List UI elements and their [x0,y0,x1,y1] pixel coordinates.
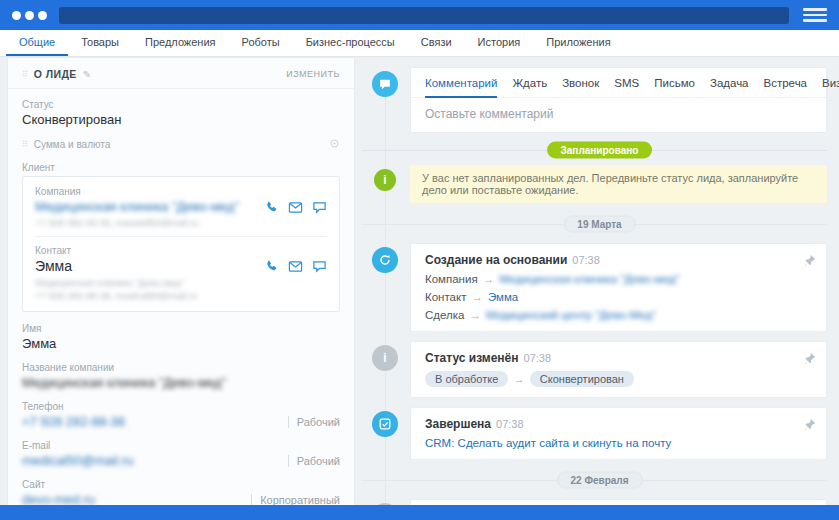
pin-icon[interactable] [803,417,816,435]
client-group-label: Клиент [22,162,340,173]
email-field-label: E-mail [22,440,340,451]
planned-badge: Запланировано [547,142,653,159]
pin-icon[interactable] [803,253,816,271]
no-planned-notice: У вас нет запланированных дел. Передвинь… [410,165,827,203]
phone-icon[interactable] [264,200,279,215]
date-divider: 19 Марта [372,213,827,235]
entry-title: Завершена07:38 [425,417,796,431]
comment-input[interactable]: Оставьте комментарий [411,98,826,132]
tab-relations[interactable]: Связи [408,30,465,56]
contact-label: Контакт [35,245,327,256]
info-icon: i [372,345,398,371]
status-badge-to: Сконвертирован [530,371,634,387]
tab-apps[interactable]: Приложения [533,30,623,56]
date-label: 19 Марта [563,216,635,233]
site-type-tag: Корпоративный [251,494,340,506]
email-field-value[interactable]: medical50@mail.ru [22,453,133,468]
phone-field-value[interactable]: +7 928 282-88-38 [22,414,125,429]
tab-products[interactable]: Товары [68,30,132,56]
date-divider: 22 Февраля [372,469,827,491]
entry-row: Компания→Медицинская клиника "Дево-мед" [425,273,796,285]
phone-icon[interactable] [264,259,279,274]
window-dot [25,11,34,20]
entry-time: 07:38 [572,254,600,266]
edit-about-link[interactable]: Изменить [286,69,340,79]
name-field-value: Эмма [22,336,340,351]
activity-composer: Комментарий Ждать Звонок SMS Письмо Зада… [410,67,827,133]
company-name-field-value: Медицинская клиника "Дево-мед" [22,375,340,390]
comment-bubble-icon [372,71,398,97]
name-field-label: Имя [22,323,340,334]
company-name-field-label: Название компании [22,362,340,373]
hamburger-menu-icon[interactable] [803,8,827,22]
window-dot [38,11,47,20]
activity-tab-meeting[interactable]: Встреча [764,77,807,89]
activity-tab-wait[interactable]: Ждать [512,77,547,89]
activity-tab-sms[interactable]: SMS [614,77,639,89]
date-label: 22 Февраля [556,472,642,489]
timeline-entry: Статус изменён16:26 Уточнение информации… [410,499,827,505]
site-field-value[interactable]: devo-med.ru [22,492,95,505]
email-icon[interactable] [288,259,303,274]
contact-contacts: +7 928 282-88-38, medical50@mail.ru [35,290,327,301]
info-icon: i [374,169,396,191]
activity-tab-task[interactable]: Задача [710,77,749,89]
email-icon[interactable] [288,200,303,215]
drag-handle-icon[interactable]: ⠿ [22,70,28,79]
address-bar[interactable] [59,7,789,24]
task-link[interactable]: CRM: Сделать аудит сайта и скинуть на по… [425,437,671,449]
site-field-label: Сайт [22,479,340,490]
browser-topbar [0,0,839,30]
crm-nav-tabs: Общие Товары Предложения Роботы Бизнес-п… [0,30,839,57]
client-card: Компания Медицинская клиника "Дево-мед" … [22,176,340,312]
pin-icon[interactable] [803,351,816,369]
task-done-icon [372,411,398,437]
tab-history[interactable]: История [465,30,534,56]
edit-pencil-icon[interactable]: ✎ [83,69,91,80]
entry-time: 07:38 [496,418,524,430]
activity-tab-comment[interactable]: Комментарий [425,77,497,89]
contact-link[interactable]: Эмма [488,291,518,303]
company-contacts: +7 928 392-00-35, maxwell50@mail.ru [35,217,327,228]
company-label: Компания [35,186,327,197]
section-title-about-lead: О ЛИДЕ [34,68,77,80]
timeline-panel: Комментарий Ждать Звонок SMS Письмо Зада… [362,57,839,505]
chat-icon[interactable] [312,259,327,274]
company-link[interactable]: Медицинская клиника "Дево-мед" [499,273,679,285]
email-type-tag: Рабочий [288,455,340,467]
lead-details-panel: ⠿ О ЛИДЕ ✎ Изменить Статус Сконвертирова… [7,57,355,505]
status-field-value: Сконвертирован [22,112,340,127]
timeline-entry: Завершена07:38 CRM: Сделать аудит сайта … [410,407,827,460]
activity-tab-email[interactable]: Письмо [654,77,695,89]
info-icon: i [372,503,398,505]
phone-type-tag: Рабочий [288,416,340,428]
entry-title: Создание на основании07:38 [425,253,796,267]
planned-divider: Запланировано [372,137,827,163]
phone-field-label: Телефон [22,401,340,412]
deal-link[interactable]: Медицинский центр "Дево-Мед" [486,309,656,321]
activity-tab-call[interactable]: Звонок [562,77,599,89]
gear-icon[interactable] [329,138,340,151]
window-control-dots [12,11,47,20]
drag-handle-icon[interactable]: ⠿ [22,140,28,149]
sync-icon [372,247,398,273]
tab-business-processes[interactable]: Бизнес-процессы [293,30,408,56]
window-dot [12,11,21,20]
timeline-entry: Статус изменён07:38 В обработке→Сконверт… [410,341,827,398]
entry-title: Статус изменён07:38 [425,351,796,365]
status-field-label: Статус [22,99,340,110]
entry-row: Сделка→Медицинский центр "Дево-Мед" [425,309,796,321]
footer-bar [0,505,839,520]
timeline-entry: Создание на основании07:38 Компания→Меди… [410,243,827,332]
status-change-row: В обработке→Сконвертирован [425,371,796,387]
amount-field-label: Сумма и валюта [34,139,110,150]
entry-time: 07:38 [524,352,552,364]
chat-icon[interactable] [312,200,327,215]
status-badge-from: В обработке [425,371,508,387]
tab-quotes[interactable]: Предложения [132,30,229,56]
entry-row: Контакт→Эмма [425,291,796,303]
tab-robots[interactable]: Роботы [229,30,293,56]
activity-tab-visit[interactable]: Визит [822,77,839,89]
tab-general[interactable]: Общие [6,30,68,56]
contact-company: Медицинская клиника "Дево-мед" [35,277,327,288]
